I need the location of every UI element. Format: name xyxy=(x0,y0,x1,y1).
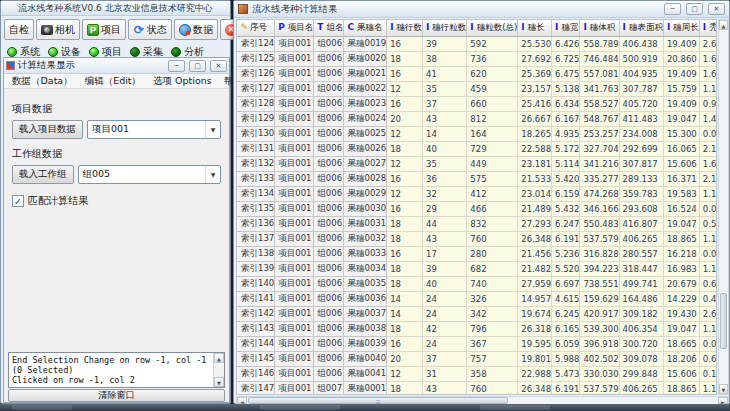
table-cell[interactable]: 330.030 xyxy=(580,366,619,381)
table-cell[interactable]: 果穗0023 xyxy=(344,96,387,111)
column-header-穗粒数(总)[interactable]: I穗粒数(总) xyxy=(467,20,518,36)
table-cell[interactable]: 19.047 xyxy=(663,321,699,336)
table-cell[interactable]: 6.191 xyxy=(552,381,580,395)
log-output-box[interactable]: End Selection Change on row -1, col -1 (… xyxy=(8,352,225,388)
column-header-秃尖长[interactable]: I秃尖长 xyxy=(699,20,717,36)
table-cell[interactable]: 果穗0041 xyxy=(344,366,387,381)
table-cell[interactable]: 组006 xyxy=(314,366,344,381)
table-row[interactable]: 索引144项目001组006果穗0039162436719.5956.05939… xyxy=(238,336,718,351)
table-cell[interactable]: 40 xyxy=(422,276,466,291)
table-cell[interactable]: 327.704 xyxy=(580,141,619,156)
table-cell[interactable]: 416.807 xyxy=(619,216,663,231)
table-cell[interactable]: 406.354 xyxy=(619,321,663,336)
table-cell[interactable]: 12 xyxy=(387,186,423,201)
table-cell[interactable]: 0.674 xyxy=(699,276,717,291)
table-cell[interactable]: 项目001 xyxy=(275,351,314,366)
table-cell[interactable]: 760 xyxy=(467,231,518,246)
table-cell[interactable]: 796 xyxy=(467,321,518,336)
table-cell[interactable]: 12 xyxy=(387,366,423,381)
table-cell[interactable]: 474.268 xyxy=(580,186,619,201)
table-cell[interactable]: 20.679 xyxy=(663,276,699,291)
table-cell[interactable]: 23.181 xyxy=(518,156,552,171)
table-cell[interactable]: 项目001 xyxy=(275,246,314,261)
table-cell[interactable]: 1.144 xyxy=(699,81,717,96)
table-cell[interactable]: 15.606 xyxy=(663,156,699,171)
menu-item[interactable]: 选项 Options xyxy=(147,75,218,88)
table-cell[interactable]: 2.630 xyxy=(699,306,717,321)
table-cell[interactable]: 405.720 xyxy=(619,96,663,111)
table-cell[interactable]: 16 xyxy=(387,96,423,111)
table-cell[interactable]: 果穗0001 xyxy=(344,381,387,395)
table-cell[interactable]: 253.257 xyxy=(580,126,619,141)
table-row[interactable]: 索引132项目001组006果穗0027123544923.1815.11434… xyxy=(238,156,718,171)
table-cell[interactable]: 组006 xyxy=(314,351,344,366)
table-cell[interactable]: 411.483 xyxy=(619,111,663,126)
table-cell[interactable]: 27.293 xyxy=(518,216,552,231)
table-cell[interactable]: 19.409 xyxy=(663,96,699,111)
table-cell[interactable]: 项目001 xyxy=(275,306,314,321)
table-cell[interactable]: 558.527 xyxy=(580,96,619,111)
table-cell[interactable]: 15.759 xyxy=(663,81,699,96)
table-cell[interactable]: 14.957 xyxy=(518,291,552,306)
table-cell[interactable]: 300.720 xyxy=(619,336,663,351)
table-cell[interactable]: 项目001 xyxy=(275,66,314,81)
table-cell[interactable]: 果穗0026 xyxy=(344,141,387,156)
table-cell[interactable]: 项目001 xyxy=(275,261,314,276)
table-cell[interactable]: 42 xyxy=(422,321,466,336)
table-cell[interactable]: 19.583 xyxy=(663,186,699,201)
table-cell[interactable]: 43 xyxy=(422,111,466,126)
table-cell[interactable]: 21.489 xyxy=(518,201,552,216)
table-cell[interactable]: 27.959 xyxy=(518,276,552,291)
table-cell[interactable]: 22.588 xyxy=(518,141,552,156)
table-cell[interactable]: 索引138 xyxy=(238,246,275,261)
table-cell[interactable]: 746.484 xyxy=(580,51,619,66)
close-button[interactable]: ✕ xyxy=(210,60,227,72)
table-cell[interactable]: 16 xyxy=(387,171,423,186)
table-cell[interactable]: 果穗0040 xyxy=(344,351,387,366)
table-cell[interactable]: 15.606 xyxy=(663,366,699,381)
table-cell[interactable]: 索引146 xyxy=(238,366,275,381)
table-cell[interactable]: 果穗0024 xyxy=(344,111,387,126)
table-cell[interactable]: 35 xyxy=(422,156,466,171)
table-cell[interactable]: 740 xyxy=(467,276,518,291)
table-cell[interactable]: 项目001 xyxy=(275,381,314,395)
toolbar-button-自检[interactable]: 自检 xyxy=(4,19,34,40)
table-cell[interactable]: 16.065 xyxy=(663,141,699,156)
table-cell[interactable]: 293.608 xyxy=(619,201,663,216)
toolbar-button-项目[interactable]: 项目 xyxy=(82,19,126,40)
table-cell[interactable]: 组006 xyxy=(314,141,344,156)
column-header-组名[interactable]: T组名 xyxy=(314,20,344,36)
table-row[interactable]: 索引146项目001组006果穗0041123135822.9885.47333… xyxy=(238,366,718,381)
table-cell[interactable]: 558.789 xyxy=(580,36,619,51)
chevron-down-icon[interactable]: ▼ xyxy=(205,166,220,183)
table-cell[interactable]: 6.191 xyxy=(552,231,580,246)
table-cell[interactable]: 6.165 xyxy=(552,321,580,336)
table-cell[interactable]: 19.047 xyxy=(663,216,699,231)
table-cell[interactable]: 2.611 xyxy=(699,36,717,51)
table-cell[interactable]: 23.014 xyxy=(518,186,552,201)
column-header-穗周长[interactable]: I穗周长 xyxy=(663,20,699,36)
table-row[interactable]: 索引128项目001组006果穗0023163766025.4166.43455… xyxy=(238,96,718,111)
column-header-果穗名[interactable]: C果穗名 xyxy=(344,20,387,36)
table-cell[interactable]: 项目001 xyxy=(275,366,314,381)
table-cell[interactable]: 5.432 xyxy=(552,201,580,216)
column-header-穗表面积[interactable]: I穗表面积 xyxy=(619,20,663,36)
table-cell[interactable]: 索引133 xyxy=(238,171,275,186)
table-cell[interactable]: 索引137 xyxy=(238,231,275,246)
table-cell[interactable]: 729 xyxy=(467,141,518,156)
table-cell[interactable]: 组006 xyxy=(314,66,344,81)
table-cell[interactable]: 14 xyxy=(387,306,423,321)
table-cell[interactable]: 43 xyxy=(422,231,466,246)
table-cell[interactable]: 索引127 xyxy=(238,81,275,96)
table-cell[interactable]: 组006 xyxy=(314,126,344,141)
table-row[interactable]: 索引125项目001组006果穗0020183873627.6926.72574… xyxy=(238,51,718,66)
table-cell[interactable]: 组006 xyxy=(314,96,344,111)
table-cell[interactable]: 索引147 xyxy=(238,381,275,395)
table-cell[interactable]: 44 xyxy=(422,216,466,231)
table-cell[interactable]: 449 xyxy=(467,156,518,171)
table-cell[interactable]: 37 xyxy=(422,96,466,111)
toolbar-button-相机[interactable]: 相机 xyxy=(36,19,80,40)
table-cell[interactable]: 18.665 xyxy=(663,336,699,351)
table-cell[interactable]: 18.865 xyxy=(663,381,699,395)
table-cell[interactable]: 索引129 xyxy=(238,111,275,126)
